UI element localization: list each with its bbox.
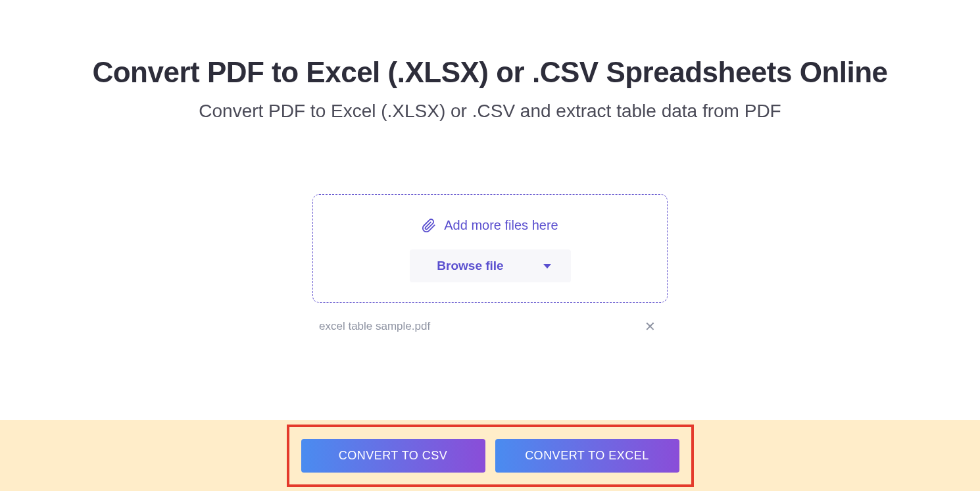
bottom-action-bar: CONVERT TO CSV CONVERT TO EXCEL <box>0 420 980 491</box>
convert-to-csv-button[interactable]: CONVERT TO CSV <box>301 439 485 473</box>
close-icon: ✕ <box>645 319 656 334</box>
page-subtitle: Convert PDF to Excel (.XLSX) or .CSV and… <box>0 101 980 122</box>
file-name: excel table sample.pdf <box>319 320 430 333</box>
convert-to-excel-button[interactable]: CONVERT TO EXCEL <box>495 439 679 473</box>
browse-file-button[interactable]: Browse file <box>410 249 571 282</box>
remove-file-button[interactable]: ✕ <box>639 317 661 336</box>
add-more-row: Add more files here <box>326 218 654 233</box>
browse-file-label: Browse file <box>437 259 503 273</box>
page-title: Convert PDF to Excel (.XLSX) or .CSV Spr… <box>0 56 980 89</box>
chevron-down-icon <box>543 264 551 269</box>
file-row: excel table sample.pdf ✕ <box>312 317 668 336</box>
upload-dropzone[interactable]: Add more files here Browse file <box>312 194 668 303</box>
highlight-box: CONVERT TO CSV CONVERT TO EXCEL <box>287 425 694 487</box>
add-more-label: Add more files here <box>444 218 558 233</box>
header-section: Convert PDF to Excel (.XLSX) or .CSV Spr… <box>0 0 980 122</box>
paperclip-icon <box>422 219 436 233</box>
